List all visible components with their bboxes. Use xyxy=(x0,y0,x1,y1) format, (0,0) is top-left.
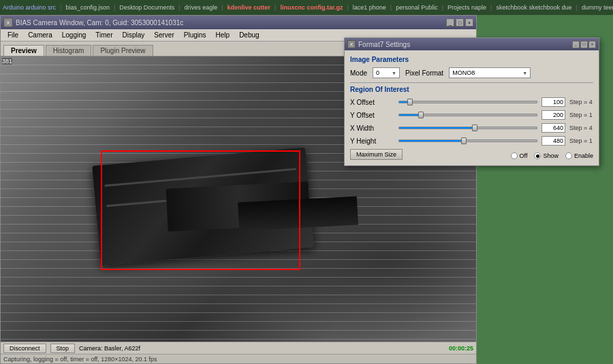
disconnect-button[interactable]: Disconnect xyxy=(3,344,46,353)
tab-histogram[interactable]: Histogram xyxy=(46,45,92,56)
bottom-row: Maximum Size Off Show Enable xyxy=(350,149,593,160)
mode-value: 0 xyxy=(376,69,379,76)
y-offset-row: Y Offset 200 Step = 1 xyxy=(350,110,593,120)
x-width-step: Step = 4 xyxy=(569,125,593,131)
dialog-minimize[interactable]: _ xyxy=(572,41,580,48)
window-controls: _ □ × xyxy=(446,18,473,27)
taskbar-item-dummy[interactable]: dummy teensy xyxy=(582,4,613,11)
x-width-slider[interactable] xyxy=(398,123,537,133)
taskbar-item-sketchbook[interactable]: sketchbook sketchbook due xyxy=(496,4,571,11)
y-height-slider[interactable] xyxy=(398,136,537,146)
menu-camera[interactable]: Camera xyxy=(24,31,57,39)
menu-display[interactable]: Display xyxy=(118,31,148,39)
dialog-title: Format7 Settings xyxy=(358,41,569,48)
x-offset-thumb[interactable] xyxy=(407,99,413,105)
timer-display: 00:00:25 xyxy=(449,345,473,352)
roi-rectangle xyxy=(101,150,300,270)
x-width-fill xyxy=(399,127,475,129)
divider xyxy=(350,82,593,83)
mode-arrow-icon: ▼ xyxy=(392,71,396,76)
footer-info: Capturing, logging = off, timer = off, 1… xyxy=(1,354,476,363)
y-height-step: Step = 1 xyxy=(569,137,593,144)
close-button[interactable]: × xyxy=(465,18,473,27)
y-offset-track xyxy=(398,114,537,116)
mode-select[interactable]: 0 ▼ xyxy=(373,67,400,78)
y-height-label: Y Height xyxy=(350,137,394,145)
y-height-row: Y Height 480 Step = 1 xyxy=(350,136,593,146)
menu-logging[interactable]: Logging xyxy=(58,31,91,39)
taskbar-item-drives[interactable]: drives eagle xyxy=(185,4,218,11)
menu-debug[interactable]: Debug xyxy=(235,31,263,39)
radio-enable-group: Enable xyxy=(565,152,593,159)
pixel-format-value: MONO8 xyxy=(452,69,475,76)
taskbar-item-bias[interactable]: bias_config.json xyxy=(65,4,110,11)
taskbar-item-arduino[interactable]: Arduino arduino src xyxy=(3,4,56,11)
app-icon: X xyxy=(3,18,13,27)
y-height-thumb[interactable] xyxy=(461,137,467,144)
dialog-icon: X xyxy=(347,40,356,48)
app-title: BIAS Camera Window, Cam: 0, Guid: 305300… xyxy=(16,19,443,27)
radio-enable[interactable] xyxy=(565,152,572,159)
tab-plugin-preview[interactable]: Plugin Preview xyxy=(93,45,153,56)
radio-show[interactable] xyxy=(534,152,541,159)
image-params-label: Image Parameters xyxy=(350,56,593,63)
radio-enable-label: Enable xyxy=(574,152,593,159)
taskbar: Arduino arduino src | bias_config.json |… xyxy=(0,0,613,15)
roi-title: Region Of Interest xyxy=(350,86,593,93)
radio-off[interactable] xyxy=(511,152,518,159)
taskbar-item-desktop[interactable]: Desktop Documents xyxy=(119,4,174,11)
taskbar-item-projects[interactable]: Projects naple xyxy=(447,4,486,11)
radio-off-group: Off xyxy=(511,152,528,159)
max-size-button[interactable]: Maximum Size xyxy=(350,149,403,160)
y-offset-step: Step = 1 xyxy=(569,112,593,118)
taskbar-item-linuxcnc[interactable]: linuxcnc config.tar.gz xyxy=(280,4,343,11)
x-width-row: X Width 640 Step = 4 xyxy=(350,123,593,133)
format7-dialog: X Format7 Settings _ □ × Image Parameter… xyxy=(344,37,599,166)
x-offset-row: X Offset 100 Step = 4 xyxy=(350,97,593,107)
menu-timer[interactable]: Timer xyxy=(91,31,116,39)
x-offset-step: Step = 4 xyxy=(569,99,593,105)
tab-preview[interactable]: Preview xyxy=(3,45,44,56)
menu-plugins[interactable]: Plugins xyxy=(180,31,210,39)
y-offset-value[interactable]: 200 xyxy=(541,110,565,120)
dialog-close[interactable]: × xyxy=(588,41,596,48)
x-width-thumb[interactable] xyxy=(472,125,477,131)
dialog-content: Image Parameters Mode 0 ▼ Pixel Format M… xyxy=(345,50,599,165)
radio-show-group: Show xyxy=(534,152,559,159)
x-offset-value[interactable]: 100 xyxy=(541,97,565,107)
menu-server[interactable]: Server xyxy=(150,31,178,39)
taskbar-item-lace[interactable]: lace1 phone xyxy=(353,4,386,11)
status-controls: Disconnect Stop Camera: Basler, A622f xyxy=(3,344,140,353)
minimize-button[interactable]: _ xyxy=(446,18,454,27)
menu-file[interactable]: File xyxy=(3,31,22,39)
mode-pixel-row: Mode 0 ▼ Pixel Format MONO8 ▼ xyxy=(350,67,593,78)
maximize-button[interactable]: □ xyxy=(456,18,464,27)
camera-info: Camera: Basler, A622f xyxy=(79,345,140,352)
radio-row: Off Show Enable xyxy=(403,152,593,159)
pixel-format-label: Pixel Format xyxy=(405,69,443,77)
x-width-value[interactable]: 640 xyxy=(541,123,565,133)
x-width-track xyxy=(398,127,537,129)
y-height-track xyxy=(398,139,537,142)
mode-label: Mode xyxy=(350,69,367,77)
x-offset-slider[interactable] xyxy=(398,97,537,107)
taskbar-item-kdenlive[interactable]: kdenlive cutter xyxy=(227,4,271,11)
app-titlebar: X BIAS Camera Window, Cam: 0, Guid: 3053… xyxy=(1,16,476,29)
footer-text: Capturing, logging = off, timer = off, 1… xyxy=(3,356,157,363)
y-offset-slider[interactable] xyxy=(398,110,537,120)
x-offset-track xyxy=(398,101,537,103)
y-height-value[interactable]: 480 xyxy=(541,136,565,146)
pixel-arrow-icon: ▼ xyxy=(522,71,527,76)
dialog-maximize[interactable]: □ xyxy=(580,41,588,48)
pixel-format-select[interactable]: MONO8 ▼ xyxy=(449,67,531,78)
x-offset-label: X Offset xyxy=(350,99,394,106)
stop-button[interactable]: Stop xyxy=(50,344,76,353)
menu-help[interactable]: Help xyxy=(212,31,234,39)
frame-counter: 381 xyxy=(2,58,12,65)
radio-show-label: Show xyxy=(543,152,559,159)
taskbar-item-personal[interactable]: personal Public xyxy=(396,4,438,11)
radio-off-label: Off xyxy=(520,152,528,159)
y-height-fill xyxy=(399,140,464,142)
y-offset-thumb[interactable] xyxy=(418,112,424,118)
y-offset-label: Y Offset xyxy=(350,112,394,119)
